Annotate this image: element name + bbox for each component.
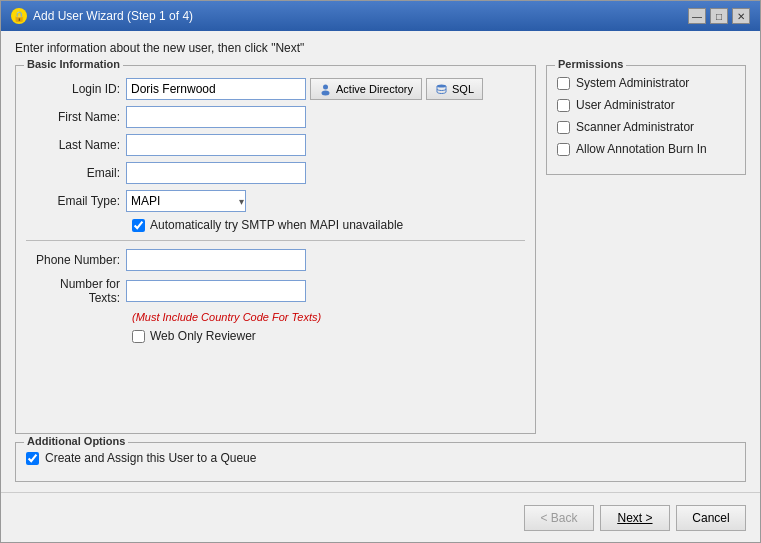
basic-information-group: Basic Information Login ID: Active <box>15 65 536 434</box>
svg-point-1 <box>322 90 330 95</box>
basic-information-label: Basic Information <box>24 58 123 70</box>
first-name-row: First Name: <box>26 106 525 128</box>
bottom-bar: < Back Next > Cancel <box>1 492 760 542</box>
close-button[interactable]: ✕ <box>732 8 750 24</box>
permissions-group: Permissions System Administrator User Ad… <box>546 65 746 175</box>
country-code-hint: (Must Include Country Code For Texts) <box>132 311 525 323</box>
title-controls: — □ ✕ <box>688 8 750 24</box>
email-type-row: Email Type: MAPI SMTP None ▾ <box>26 190 525 212</box>
window-title: Add User Wizard (Step 1 of 4) <box>33 9 193 23</box>
window-icon: 🔒 <box>11 8 27 24</box>
login-id-row: Login ID: Active Directory <box>26 78 525 100</box>
main-area: Basic Information Login ID: Active <box>15 65 746 434</box>
smtp-checkbox-row: Automatically try SMTP when MAPI unavail… <box>132 218 525 232</box>
annotation-burn-label: Allow Annotation Burn In <box>576 142 707 156</box>
login-id-label: Login ID: <box>26 82 126 96</box>
next-button[interactable]: Next > <box>600 505 670 531</box>
last-name-row: Last Name: <box>26 134 525 156</box>
title-bar: 🔒 Add User Wizard (Step 1 of 4) — □ ✕ <box>1 1 760 31</box>
last-name-input[interactable] <box>126 134 306 156</box>
system-admin-label: System Administrator <box>576 76 689 90</box>
texts-label: Number for Texts: <box>26 277 126 305</box>
email-row: Email: <box>26 162 525 184</box>
content-area: Enter information about the new user, th… <box>1 31 760 492</box>
annotation-burn-checkbox[interactable] <box>557 143 570 156</box>
web-only-label: Web Only Reviewer <box>150 329 256 343</box>
email-type-select[interactable]: MAPI SMTP None <box>126 190 246 212</box>
right-panel: Permissions System Administrator User Ad… <box>546 65 746 434</box>
phone-label: Phone Number: <box>26 253 126 267</box>
cancel-button[interactable]: Cancel <box>676 505 746 531</box>
scanner-admin-checkbox[interactable] <box>557 121 570 134</box>
email-type-select-wrapper: MAPI SMTP None ▾ <box>126 190 246 212</box>
login-id-input[interactable] <box>126 78 306 100</box>
divider <box>26 240 525 241</box>
person-icon <box>319 83 332 96</box>
email-label: Email: <box>26 166 126 180</box>
additional-options-group: Additional Options Create and Assign thi… <box>15 442 746 482</box>
additional-options-label: Additional Options <box>24 435 128 447</box>
phone-number-row: Phone Number: <box>26 249 525 271</box>
active-directory-button[interactable]: Active Directory <box>310 78 422 100</box>
first-name-input[interactable] <box>126 106 306 128</box>
user-admin-label: User Administrator <box>576 98 675 112</box>
user-admin-checkbox[interactable] <box>557 99 570 112</box>
left-panel: Basic Information Login ID: Active <box>15 65 536 434</box>
login-id-controls: Active Directory SQL <box>126 78 483 100</box>
perm-user-admin-row: User Administrator <box>557 98 735 112</box>
queue-checkbox-row: Create and Assign this User to a Queue <box>26 451 735 465</box>
title-bar-left: 🔒 Add User Wizard (Step 1 of 4) <box>11 8 193 24</box>
perm-scanner-admin-row: Scanner Administrator <box>557 120 735 134</box>
db-icon <box>435 83 448 96</box>
svg-point-2 <box>437 84 446 87</box>
permissions-label: Permissions <box>555 58 626 70</box>
texts-number-row: Number for Texts: <box>26 277 525 305</box>
instruction-text: Enter information about the new user, th… <box>15 41 746 55</box>
web-only-row: Web Only Reviewer <box>132 329 525 343</box>
phone-input[interactable] <box>126 249 306 271</box>
minimize-button[interactable]: — <box>688 8 706 24</box>
first-name-label: First Name: <box>26 110 126 124</box>
texts-input[interactable] <box>126 280 306 302</box>
last-name-label: Last Name: <box>26 138 126 152</box>
scanner-admin-label: Scanner Administrator <box>576 120 694 134</box>
main-window: 🔒 Add User Wizard (Step 1 of 4) — □ ✕ En… <box>0 0 761 543</box>
smtp-checkbox[interactable] <box>132 219 145 232</box>
back-button[interactable]: < Back <box>524 505 594 531</box>
sql-button[interactable]: SQL <box>426 78 483 100</box>
email-type-label: Email Type: <box>26 194 126 208</box>
next-underline: N <box>617 511 626 525</box>
queue-checkbox-label: Create and Assign this User to a Queue <box>45 451 256 465</box>
maximize-button[interactable]: □ <box>710 8 728 24</box>
perm-system-admin-row: System Administrator <box>557 76 735 90</box>
email-input[interactable] <box>126 162 306 184</box>
web-only-checkbox[interactable] <box>132 330 145 343</box>
svg-point-0 <box>323 84 328 89</box>
smtp-checkbox-label: Automatically try SMTP when MAPI unavail… <box>150 218 403 232</box>
system-admin-checkbox[interactable] <box>557 77 570 90</box>
queue-checkbox[interactable] <box>26 452 39 465</box>
perm-annotation-row: Allow Annotation Burn In <box>557 142 735 156</box>
